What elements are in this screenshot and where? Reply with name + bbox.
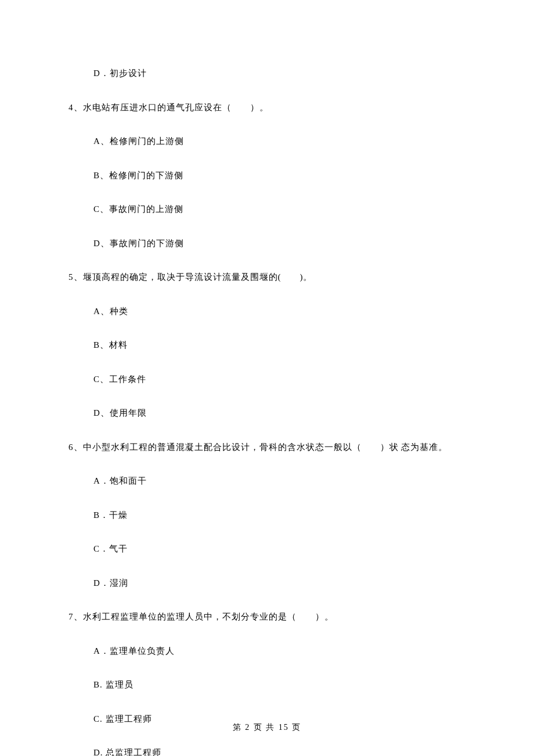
question-options: A、种类 B、材料 C、工作条件 D、使用年限: [68, 305, 466, 420]
question-4: 4、水电站有压进水口的通气孔应设在（ ）。 A、检修闸门的上游侧 B、检修闸门的…: [68, 101, 466, 250]
option-c: C、事故闸门的上游侧: [93, 203, 466, 216]
option-a: A．监理单位负责人: [93, 645, 466, 658]
option-a: A．饱和面干: [93, 474, 466, 488]
question-stem: 5、堰顶高程的确定，取决于导流设计流量及围堰的( )。: [68, 271, 466, 284]
option-b: B、材料: [93, 339, 466, 352]
page-footer: 第 2 页 共 15 页: [0, 722, 534, 733]
question-stem: 6、中小型水利工程的普通混凝土配合比设计，骨科的含水状态一般以（ ）状 态为基准…: [68, 441, 466, 454]
question-stem: 7、水利工程监理单位的监理人员中，不划分专业的是（ ）。: [68, 610, 466, 624]
question-5: 5、堰顶高程的确定，取决于导流设计流量及围堰的( )。 A、种类 B、材料 C、…: [68, 271, 466, 420]
question-7: 7、水利工程监理单位的监理人员中，不划分专业的是（ ）。 A．监理单位负责人 B…: [68, 610, 466, 756]
option-c: C．气干: [93, 542, 466, 556]
option-b: B. 监理员: [93, 678, 466, 692]
option-a: A、种类: [93, 305, 466, 318]
option-a: A、检修闸门的上游侧: [93, 135, 466, 148]
question-options: A．饱和面干 B．干燥 C．气干 D．湿润: [68, 474, 466, 589]
orphan-option: D．初步设计: [68, 67, 466, 80]
question-stem: 4、水电站有压进水口的通气孔应设在（ ）。: [68, 101, 466, 114]
question-options: A．监理单位负责人 B. 监理员 C. 监理工程师 D. 总监理工程师: [68, 645, 466, 757]
option-d: D．湿润: [93, 577, 466, 590]
option-d: D、使用年限: [93, 406, 466, 420]
option-b: B．干燥: [93, 509, 466, 522]
question-options: A、检修闸门的上游侧 B、检修闸门的下游侧 C、事故闸门的上游侧 D、事故闸门的…: [68, 135, 466, 250]
question-6: 6、中小型水利工程的普通混凝土配合比设计，骨科的含水状态一般以（ ）状 态为基准…: [68, 441, 466, 590]
option-d: D. 总监理工程师: [93, 746, 466, 756]
option-b: B、检修闸门的下游侧: [93, 169, 466, 182]
option-d: D、事故闸门的下游侧: [93, 237, 466, 250]
page-content: D．初步设计 4、水电站有压进水口的通气孔应设在（ ）。 A、检修闸门的上游侧 …: [0, 0, 534, 756]
option-c: C、工作条件: [93, 373, 466, 386]
